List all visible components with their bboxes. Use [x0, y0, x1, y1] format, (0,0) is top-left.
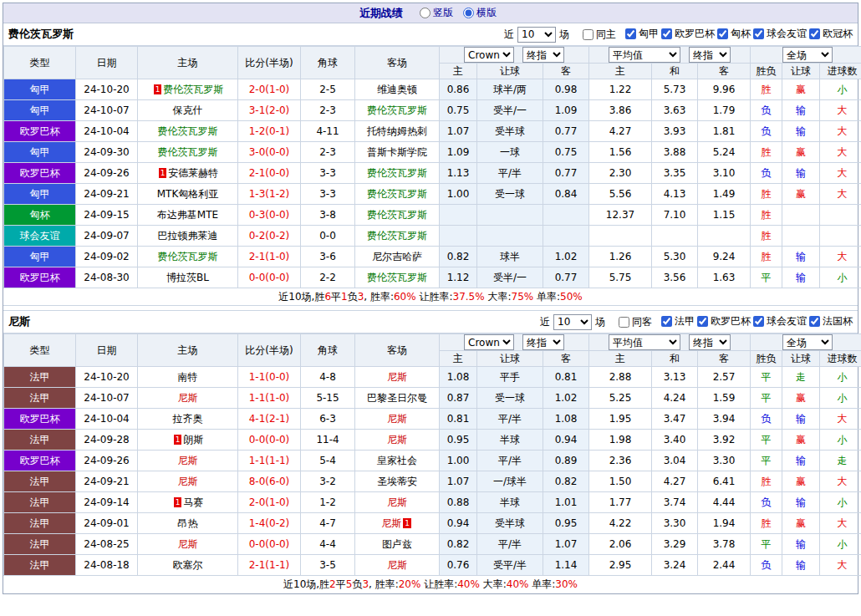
- score-link[interactable]: 1-2(0-1): [249, 125, 290, 137]
- team-name-link[interactable]: 费伦茨瓦罗斯: [367, 188, 427, 200]
- score-link[interactable]: 1-4(0-2): [249, 517, 290, 529]
- layout-vertical-radio[interactable]: [420, 8, 430, 18]
- final-odds-select[interactable]: 终指: [522, 47, 564, 63]
- league-filter-checkbox[interactable]: [809, 28, 820, 39]
- team-name-link[interactable]: 圣埃蒂安: [377, 476, 417, 487]
- team-name-link[interactable]: 马赛: [183, 496, 203, 508]
- league-filter-checkbox[interactable]: [625, 28, 636, 39]
- same-venue-option[interactable]: 同客: [619, 315, 652, 329]
- team-name-link[interactable]: 尼斯: [178, 476, 198, 487]
- score-link[interactable]: 3-0(0-0): [249, 146, 290, 158]
- team-name-link[interactable]: 尼斯: [381, 517, 401, 529]
- league-filter-option[interactable]: 法甲: [661, 314, 695, 328]
- league-filter-option[interactable]: 欧冠杯: [809, 27, 853, 41]
- score-link[interactable]: 2-1(1-0): [249, 251, 290, 262]
- team-name-link[interactable]: 尼斯: [387, 413, 407, 425]
- score-link[interactable]: 0-2(0-2): [249, 230, 290, 242]
- team-name-link[interactable]: 尼斯: [387, 496, 407, 508]
- league-filter-checkbox[interactable]: [809, 316, 820, 327]
- score-link[interactable]: 1-1(0-0): [249, 371, 290, 383]
- score-link[interactable]: 0-0(0-0): [249, 434, 290, 445]
- same-venue-checkbox[interactable]: [583, 29, 594, 40]
- layout-vertical-option[interactable]: 竖版: [420, 6, 453, 20]
- final-odds-select[interactable]: 终指: [522, 334, 564, 350]
- team-name-link[interactable]: 朗斯: [183, 434, 203, 445]
- league-filter-checkbox[interactable]: [661, 316, 672, 327]
- league-filter-option[interactable]: 欧罗巴杯: [661, 27, 715, 41]
- score-link[interactable]: 2-1(0-0): [249, 167, 290, 179]
- team-name-link[interactable]: 费伦茨瓦罗斯: [367, 167, 427, 179]
- team-name-link[interactable]: 欧塞尔: [173, 559, 203, 571]
- bookmaker-select[interactable]: Crown: [464, 334, 514, 350]
- match-count-select[interactable]: 10: [517, 27, 556, 43]
- team-name-link[interactable]: 博拉茨BL: [166, 272, 209, 283]
- team-name-link[interactable]: MTK匈格利亚: [157, 188, 219, 200]
- full-match-select[interactable]: 全场: [782, 334, 833, 350]
- score-link[interactable]: 1-3(1-2): [249, 188, 290, 200]
- average-select[interactable]: 平均值: [609, 334, 680, 350]
- team-name-link[interactable]: 巴黎圣日尔曼: [367, 392, 427, 404]
- team-name-link[interactable]: 图卢兹: [382, 538, 412, 550]
- league-filter-checkbox[interactable]: [753, 28, 764, 39]
- match-result-cell: 平: [751, 267, 782, 288]
- same-venue-checkbox[interactable]: [619, 317, 629, 328]
- team-name-link[interactable]: 安德莱赫特: [168, 167, 218, 179]
- average-select[interactable]: 平均值: [609, 47, 680, 63]
- league-filter-option[interactable]: 法国杯: [809, 314, 853, 328]
- team-name-link[interactable]: 南特: [178, 371, 198, 383]
- team-name-link[interactable]: 拉齐奥: [173, 413, 203, 425]
- team-name-link[interactable]: 费伦茨瓦罗斯: [367, 230, 427, 242]
- score-link[interactable]: 1-1(1-1): [249, 455, 290, 466]
- team-name-link[interactable]: 尼斯: [178, 538, 198, 550]
- team-name-link[interactable]: 昂热: [178, 517, 198, 529]
- team-name-link[interactable]: 巴拉顿弗莱迪: [158, 230, 218, 242]
- team-name-link[interactable]: 尼斯: [387, 559, 407, 571]
- team-name-link[interactable]: 布达弗基MTE: [157, 209, 218, 221]
- team-name-link[interactable]: 费伦茨瓦罗斯: [163, 84, 223, 95]
- layout-horizontal-option[interactable]: 横版: [463, 6, 497, 20]
- league-filter-option[interactable]: 球会友谊: [753, 314, 807, 328]
- league-filter-checkbox[interactable]: [717, 28, 728, 39]
- team-name-link[interactable]: 费伦茨瓦罗斯: [158, 125, 218, 137]
- team-name-link[interactable]: 尼尔吉哈萨: [372, 251, 422, 262]
- score-link[interactable]: 1-1(1-0): [249, 392, 290, 404]
- average-final-odds-select[interactable]: 终指: [689, 47, 731, 63]
- team-name-link[interactable]: 维迪奥顿: [377, 84, 417, 95]
- team-name-link[interactable]: 皇家社会: [377, 455, 417, 466]
- team-name-link[interactable]: 费伦茨瓦罗斯: [158, 146, 218, 158]
- team-name-link[interactable]: 普斯卡斯学院: [367, 146, 427, 158]
- team-name-link[interactable]: 尼斯: [387, 434, 407, 445]
- score-link[interactable]: 0-0(0-0): [249, 272, 290, 283]
- league-filter-option[interactable]: 匈杯: [717, 27, 751, 41]
- team-name-link[interactable]: 尼斯: [387, 371, 407, 383]
- score-link[interactable]: 4-1(2-1): [249, 413, 290, 425]
- score-link[interactable]: 8-0(6-0): [249, 476, 290, 487]
- full-match-select[interactable]: 全场: [782, 47, 833, 63]
- league-filter-checkbox[interactable]: [753, 316, 764, 327]
- team-name-link[interactable]: 费伦茨瓦罗斯: [367, 104, 427, 116]
- team-name-link[interactable]: 托特纳姆热刺: [367, 125, 427, 137]
- team-name-link[interactable]: 尼斯: [178, 392, 198, 404]
- league-filter-option[interactable]: 匈甲: [625, 27, 659, 41]
- team-name-link[interactable]: 保克什: [173, 104, 203, 116]
- match-count-select[interactable]: 10: [553, 314, 592, 330]
- score-link[interactable]: 2-0(1-0): [249, 84, 290, 95]
- team-name-link[interactable]: 费伦茨瓦罗斯: [367, 272, 427, 283]
- same-venue-option[interactable]: 同主: [583, 28, 616, 42]
- avg-home-odds-cell: 1.26: [589, 247, 652, 267]
- bookmaker-select[interactable]: Crown: [464, 47, 514, 63]
- league-filter-checkbox[interactable]: [697, 316, 708, 327]
- score-link[interactable]: 0-3(0-0): [249, 209, 290, 221]
- league-filter-option[interactable]: 球会友谊: [753, 27, 807, 41]
- score-link[interactable]: 3-1(2-0): [249, 104, 290, 116]
- score-link[interactable]: 2-1(1-1): [249, 559, 290, 571]
- average-final-odds-select[interactable]: 终指: [689, 334, 731, 350]
- score-link[interactable]: 0-0(0-0): [249, 538, 290, 550]
- team-name-link[interactable]: 尼斯: [178, 455, 198, 466]
- league-filter-option[interactable]: 欧罗巴杯: [697, 314, 751, 328]
- team-name-link[interactable]: 费伦茨瓦罗斯: [367, 209, 427, 221]
- layout-horizontal-radio[interactable]: [463, 8, 474, 18]
- score-link[interactable]: 2-0(1-0): [249, 496, 290, 508]
- team-name-link[interactable]: 费伦茨瓦罗斯: [158, 251, 218, 262]
- league-filter-checkbox[interactable]: [661, 28, 672, 39]
